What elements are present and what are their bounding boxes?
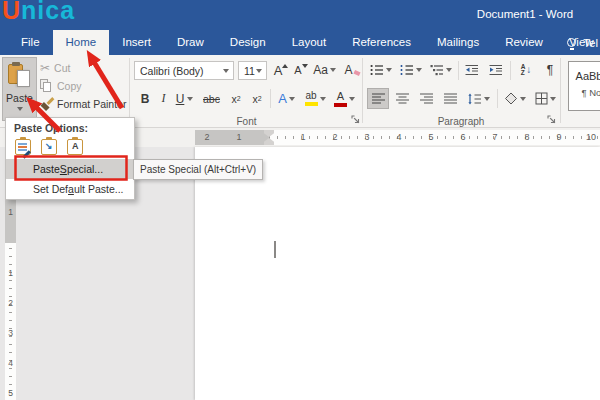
ribbon-tab[interactable]: Mailings: [424, 30, 492, 55]
paint-bucket-icon: [504, 92, 518, 105]
paragraph-dialog-launcher[interactable]: [547, 115, 557, 125]
ribbon-tab[interactable]: Design: [217, 30, 279, 55]
align-left-icon: [372, 93, 385, 104]
group-separator: [129, 58, 130, 123]
bullets-button[interactable]: [367, 60, 395, 80]
align-center-button[interactable]: [391, 88, 413, 109]
font-color-button[interactable]: A: [331, 88, 358, 109]
decrease-indent-icon: [465, 64, 479, 76]
pilcrow-icon: ¶: [547, 63, 553, 77]
strikethrough-button[interactable]: abc: [199, 88, 224, 109]
ribbon-tab[interactable]: Draw: [164, 30, 217, 55]
font-family-combobox[interactable]: Calibri (Body): [134, 61, 234, 80]
chevron-down-icon: [223, 69, 229, 73]
brush-icon: [22, 150, 30, 158]
ribbon-tab[interactable]: Home: [53, 30, 110, 55]
ruler-number: 3: [364, 132, 369, 143]
ribbon-tab[interactable]: Insert: [109, 30, 164, 55]
align-right-icon: [420, 93, 433, 104]
numbering-button[interactable]: [397, 60, 425, 80]
ruler-number: 1: [8, 207, 13, 217]
paste-special-menu-item[interactable]: Paste Special...: [6, 159, 134, 179]
increase-indent-button[interactable]: [485, 60, 507, 80]
button-separator: [497, 89, 498, 108]
ribbon-tab[interactable]: File: [8, 30, 53, 55]
borders-button[interactable]: [531, 88, 559, 109]
line-spacing-icon: [468, 93, 482, 105]
justify-button[interactable]: [439, 88, 461, 109]
keep-source-formatting-option[interactable]: [15, 139, 31, 155]
sort-button[interactable]: AZ ↓: [513, 60, 539, 80]
set-default-paste-menu-item[interactable]: Set Default Paste...: [6, 179, 134, 199]
paste-dropdown-menu: Paste Options: ↘ A Paste Special... Set …: [5, 117, 135, 200]
align-right-button[interactable]: [415, 88, 437, 109]
paste-special-tooltip: Paste Special (Alt+Ctrl+V): [133, 159, 263, 180]
bold-button[interactable]: B: [135, 88, 155, 109]
chevron-down-icon: [520, 97, 526, 101]
tell-me-label[interactable]: Tel: [583, 37, 598, 49]
chevron-down-icon: [349, 97, 355, 101]
bullet-list-icon: [370, 64, 384, 76]
caret-down-icon: [302, 64, 308, 68]
justify-icon: [444, 93, 457, 104]
ruler-number: 4: [8, 358, 13, 368]
tell-me-lightbulb-icon[interactable]: [567, 38, 576, 47]
multilevel-list-button[interactable]: [427, 60, 455, 80]
decrease-indent-button[interactable]: [461, 60, 483, 80]
document-page[interactable]: [195, 147, 600, 400]
text-highlight-button[interactable]: ab: [301, 88, 329, 109]
font-size-combobox[interactable]: 11: [238, 61, 267, 80]
ruler-number: 2: [332, 132, 337, 143]
format-painter-brush-icon: [40, 97, 53, 110]
italic-button[interactable]: I: [156, 88, 171, 109]
shrink-font-button[interactable]: A: [292, 60, 310, 80]
clear-formatting-button[interactable]: A: [341, 60, 363, 80]
ruler-number: 4: [396, 132, 401, 143]
paste-dropdown-chevron-icon[interactable]: [17, 107, 23, 111]
format-painter-button[interactable]: Format Painter: [40, 95, 132, 112]
merge-formatting-option[interactable]: ↘: [41, 139, 57, 155]
grow-font-button[interactable]: A: [271, 60, 291, 80]
keep-text-only-option[interactable]: A: [67, 139, 83, 155]
align-center-icon: [396, 93, 409, 104]
chevron-down-icon: [386, 68, 392, 72]
change-case-button[interactable]: Aa: [311, 60, 338, 80]
ribbon-tab[interactable]: Review: [492, 30, 556, 55]
chevron-down-icon: [256, 69, 262, 73]
eraser-icon: [353, 70, 360, 76]
ruler-number: 6: [460, 132, 465, 143]
ribbon-tab[interactable]: References: [339, 30, 424, 55]
font-group-label: Font: [130, 116, 363, 127]
superscript-button[interactable]: x2: [247, 88, 267, 109]
ruler-number: 2: [8, 298, 13, 308]
multilevel-list-icon: [430, 64, 444, 76]
paste-clipboard-icon: [7, 62, 33, 91]
chevron-down-icon: [187, 97, 193, 101]
paste-button[interactable]: Paste: [2, 57, 37, 121]
ruler-number: 3: [8, 328, 13, 338]
merge-arrow-icon: ↘: [45, 141, 53, 151]
line-spacing-button[interactable]: [464, 88, 493, 109]
subscript-button[interactable]: x2: [226, 88, 246, 109]
ribbon-tab[interactable]: Layout: [279, 30, 340, 55]
ruler-number: 7: [492, 132, 497, 143]
letter-a-icon: A: [72, 141, 79, 151]
text-effects-button[interactable]: A: [274, 88, 299, 109]
align-left-button[interactable]: [367, 88, 389, 109]
cut-button[interactable]: ✂ Cut: [40, 59, 128, 76]
paste-options-header: Paste Options:: [6, 118, 134, 136]
shading-button[interactable]: [501, 88, 529, 109]
copy-button[interactable]: Copy: [40, 77, 128, 94]
highlight-color-swatch: [305, 102, 318, 106]
underline-button[interactable]: U: [172, 88, 197, 109]
text-cursor: [274, 241, 276, 258]
paragraph-group-label: Paragraph: [363, 116, 559, 127]
font-dialog-launcher[interactable]: [351, 115, 361, 125]
style-normal-chip[interactable]: AaBbC ¶ Nor: [568, 61, 600, 111]
title-bar: Unica Document1 - Word: [0, 0, 600, 30]
ruler-number: 10: [586, 132, 596, 143]
copy-icon: [40, 79, 53, 93]
show-paragraph-marks-button[interactable]: ¶: [541, 60, 559, 80]
ruler-number: 8: [524, 132, 529, 143]
button-separator: [458, 61, 459, 80]
